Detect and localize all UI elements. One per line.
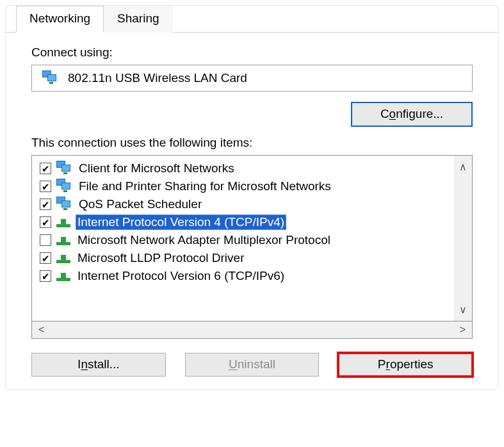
horizontal-scrollbar[interactable]: < >	[31, 321, 473, 339]
scroll-up-icon[interactable]: ∧	[459, 161, 467, 173]
tab-strip: Networking Sharing	[6, 6, 498, 33]
list-item[interactable]: File and Printer Sharing for Microsoft N…	[37, 177, 454, 195]
connect-using-label: Connect using:	[31, 45, 473, 60]
monitors-icon	[55, 197, 73, 212]
items-listbox[interactable]: Client for Microsoft NetworksFile and Pr…	[31, 155, 473, 321]
checkbox[interactable]	[40, 270, 51, 282]
monitors-icon	[55, 179, 73, 194]
list-item[interactable]: Microsoft Network Adapter Multiplexor Pr…	[37, 231, 454, 249]
network-plug-icon	[55, 251, 72, 265]
configure-button[interactable]: Configure...	[351, 102, 473, 127]
vertical-scrollbar[interactable]: ∧ ∨	[454, 156, 472, 321]
adapter-name: 802.11n USB Wireless LAN Card	[68, 71, 247, 85]
list-item-label: File and Printer Sharing for Microsoft N…	[77, 179, 333, 194]
tab-content: Connect using: 802.11n USB Wireless LAN …	[6, 33, 498, 377]
network-plug-icon	[55, 215, 72, 229]
list-item[interactable]: Internet Protocol Version 6 (TCP/IPv6)	[37, 267, 454, 285]
tab-sharing[interactable]: Sharing	[104, 6, 173, 33]
list-item[interactable]: Internet Protocol Version 4 (TCP/IPv4)	[37, 213, 454, 231]
network-properties-dialog: Networking Sharing Connect using: 802.11…	[5, 5, 499, 390]
checkbox[interactable]	[40, 163, 51, 174]
checkbox[interactable]	[40, 199, 51, 210]
scroll-down-icon[interactable]: ∨	[459, 304, 467, 316]
uninstall-button: Uninstall	[185, 353, 320, 377]
items-label: This connection uses the following items…	[31, 136, 473, 150]
install-button[interactable]: Install...	[31, 353, 166, 377]
properties-button[interactable]: Properties	[338, 353, 473, 377]
scroll-left-icon[interactable]: <	[38, 324, 44, 336]
list-item[interactable]: QoS Packet Scheduler	[37, 195, 454, 213]
tab-networking[interactable]: Networking	[16, 6, 104, 33]
network-adapter-icon	[41, 70, 59, 86]
action-buttons: Install... Uninstall Properties	[31, 353, 473, 377]
list-item-label: QoS Packet Scheduler	[77, 197, 204, 212]
list-item-label: Internet Protocol Version 4 (TCP/IPv4)	[76, 215, 286, 230]
checkbox[interactable]	[40, 216, 51, 228]
network-plug-icon	[55, 233, 72, 247]
checkbox[interactable]	[40, 234, 51, 246]
network-plug-icon	[55, 269, 72, 283]
monitors-icon	[55, 161, 73, 176]
list-item-label: Internet Protocol Version 6 (TCP/IPv6)	[76, 268, 286, 284]
checkbox[interactable]	[40, 181, 51, 192]
scroll-right-icon[interactable]: >	[460, 324, 466, 336]
list-item-label: Microsoft LLDP Protocol Driver	[76, 250, 246, 266]
adapter-field: 802.11n USB Wireless LAN Card	[31, 65, 473, 92]
checkbox[interactable]	[40, 252, 51, 264]
list-item[interactable]: Microsoft LLDP Protocol Driver	[37, 249, 454, 267]
list-item-label: Client for Microsoft Networks	[77, 161, 236, 176]
list-item-label: Microsoft Network Adapter Multiplexor Pr…	[76, 232, 332, 248]
list-item[interactable]: Client for Microsoft Networks	[37, 159, 454, 177]
